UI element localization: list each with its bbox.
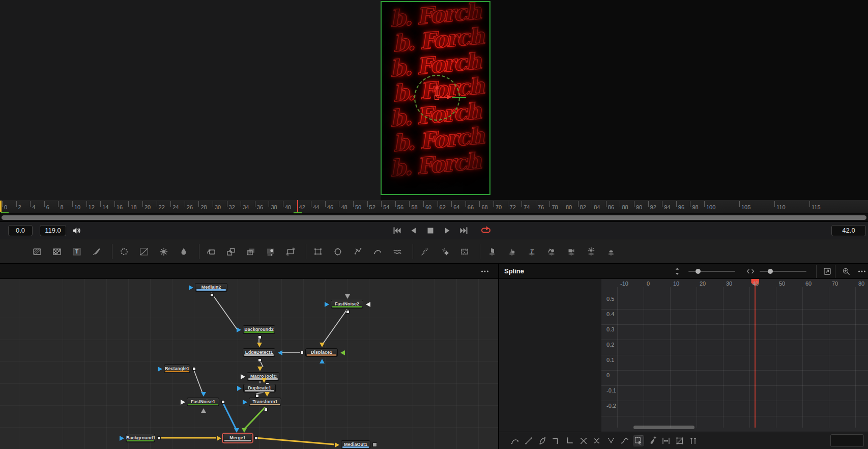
node-left-connector[interactable] <box>237 327 241 332</box>
node-edgedetect1[interactable]: EdgeDetect1 <box>243 348 275 357</box>
node-duplicate1[interactable]: Duplicate1 <box>243 384 276 392</box>
node-right-connector[interactable] <box>157 436 161 440</box>
vertical-zoom-knob[interactable] <box>696 269 701 274</box>
chroma-keyer-tool-icon[interactable] <box>264 245 277 258</box>
zoom-fit-icon[interactable] <box>841 266 851 276</box>
node-bottom-connector[interactable] <box>257 367 263 371</box>
spline-options-icon[interactable] <box>857 266 867 276</box>
color-corrector-tool-icon[interactable] <box>118 245 131 258</box>
transform-x-arrow[interactable] <box>447 95 451 99</box>
node-top-connector[interactable] <box>265 392 270 397</box>
image-plane-3d-tool-icon[interactable] <box>485 245 499 258</box>
play-forward-button[interactable] <box>442 226 452 236</box>
spline-playhead[interactable] <box>755 279 756 428</box>
transform-center-handle[interactable] <box>435 95 439 100</box>
transform-angle-handle[interactable] <box>452 97 466 98</box>
ellipse-mask-tool-icon[interactable] <box>331 245 344 258</box>
node-background1[interactable]: Background1 <box>126 434 155 442</box>
brightness-contrast-tool-icon[interactable] <box>157 245 170 258</box>
current-frame-input[interactable]: 42.0 <box>831 225 866 236</box>
node-right-connector[interactable] <box>221 400 225 404</box>
node-canvas[interactable]: MediaIn2FastNoise2Background2EdgeDetect1… <box>0 279 498 449</box>
spline-tool-step-out-icon[interactable] <box>565 436 575 446</box>
range-start-input[interactable]: 0.0 <box>8 225 33 236</box>
spline-tool-box-select-icon[interactable] <box>633 436 644 446</box>
matte-control-tool-icon[interactable] <box>244 245 257 258</box>
go-to-start-button[interactable] <box>392 226 402 236</box>
node-top-connector[interactable] <box>345 294 350 299</box>
node-bottom-connector[interactable] <box>320 359 325 363</box>
node-left-connector[interactable] <box>243 400 247 405</box>
background-tool-icon[interactable] <box>31 245 44 258</box>
node-top-connector[interactable] <box>201 392 206 397</box>
spline-filter-input[interactable] <box>830 434 864 447</box>
p-render-tool-icon[interactable] <box>438 245 451 258</box>
bspline-mask-tool-icon[interactable] <box>371 245 384 258</box>
paint-mask-tool-icon[interactable] <box>391 245 404 258</box>
spline-tool-s-curve-icon[interactable] <box>620 436 630 446</box>
node-left-connector[interactable] <box>335 442 339 447</box>
node-left-connector[interactable] <box>241 374 245 379</box>
polygon-mask-tool-icon[interactable] <box>351 245 364 258</box>
p-image-emitter-tool-icon[interactable] <box>458 245 471 258</box>
node-bottom-connector[interactable] <box>201 408 206 413</box>
node-top-connector[interactable] <box>257 343 262 347</box>
spot-light-tool-icon[interactable] <box>585 245 598 258</box>
node-bottom-connector[interactable] <box>262 378 267 383</box>
p-emitter-tool-icon[interactable] <box>418 245 431 258</box>
spline-graph[interactable]: -10010203040506070800.50.40.30.20.10-0.1… <box>601 279 868 432</box>
text-plus-tool-icon[interactable]: T <box>70 245 83 258</box>
node-right-connector[interactable] <box>192 367 196 371</box>
spline-tool-ease-icon[interactable] <box>537 436 547 446</box>
camera-3d-tool-icon[interactable] <box>565 245 578 258</box>
node-mediain2[interactable]: MediaIn2 <box>195 283 227 292</box>
node-bottom-connector[interactable] <box>264 408 268 411</box>
expand-panel-icon[interactable] <box>822 266 832 276</box>
node-right-connector[interactable] <box>278 350 282 355</box>
node-left-connector[interactable] <box>158 367 162 372</box>
node-left-connector[interactable] <box>217 436 221 441</box>
merge-tool-icon[interactable] <box>205 245 218 258</box>
merge-3d-tool-icon[interactable] <box>545 245 558 258</box>
blur-tool-icon[interactable] <box>177 245 190 258</box>
spline-tool-show-key-markers-icon[interactable] <box>688 436 699 446</box>
spline-tool-step-in-icon[interactable] <box>551 436 561 446</box>
node-editor-options-icon[interactable] <box>480 266 490 276</box>
node-left-connector[interactable] <box>237 386 242 391</box>
vertical-zoom-slider[interactable] <box>688 271 735 272</box>
spline-tool-invert-icon[interactable] <box>578 436 589 446</box>
spline-tool-shape-box-icon[interactable] <box>675 436 685 446</box>
node-right-connector[interactable] <box>366 302 370 307</box>
spline-tool-mirror-icon[interactable] <box>606 436 616 446</box>
node-left-connector[interactable] <box>300 351 304 354</box>
node-bottom-connector[interactable] <box>210 293 214 297</box>
transform-y-arrow[interactable] <box>435 85 439 89</box>
node-right-connector[interactable] <box>254 436 258 440</box>
node-top-connector[interactable] <box>320 343 325 347</box>
playhead[interactable] <box>297 200 298 213</box>
spline-tool-insert-key-icon[interactable] <box>647 436 657 446</box>
go-to-end-button[interactable] <box>459 226 469 236</box>
node-fastnoise2[interactable]: FastNoise2 <box>331 300 363 308</box>
transform-tool-icon[interactable] <box>284 245 297 258</box>
node-bottom-connector[interactable] <box>346 310 350 314</box>
rectangle-mask-tool-icon[interactable] <box>311 245 325 258</box>
loop-button[interactable] <box>481 226 491 236</box>
stop-button[interactable] <box>425 226 436 236</box>
node-top-connector[interactable] <box>242 428 247 433</box>
node-merge1[interactable]: Merge1 <box>223 434 252 442</box>
play-reverse-button[interactable] <box>409 226 419 236</box>
node-transform1[interactable]: Transform1 <box>249 398 281 406</box>
timeline-ruler[interactable]: 0246810121416182022242628303234363840424… <box>0 200 868 214</box>
renderer-3d-tool-icon[interactable] <box>604 245 618 258</box>
node-right-connector[interactable] <box>340 350 345 355</box>
node-left-connector[interactable] <box>325 302 329 307</box>
paint-tool-icon[interactable] <box>90 245 103 258</box>
node-background2[interactable]: Background2 <box>243 325 275 334</box>
timeline-scrollbar-thumb[interactable] <box>2 215 866 220</box>
node-bottom-connector[interactable] <box>255 394 259 398</box>
spline-tool-swap-icon[interactable] <box>592 436 602 446</box>
horizontal-zoom-knob[interactable] <box>768 269 773 274</box>
fast-noise-tool-icon[interactable] <box>50 245 64 258</box>
spline-tool-smooth-icon[interactable] <box>510 436 520 446</box>
